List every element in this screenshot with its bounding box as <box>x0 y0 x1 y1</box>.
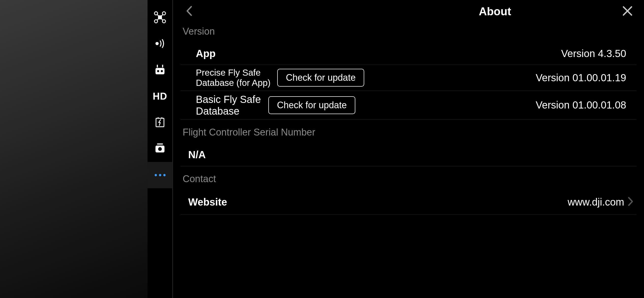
precise-fly-safe-row: Precise Fly Safe Database (for App) Chec… <box>181 65 636 91</box>
panel-header: About <box>173 0 644 23</box>
sidebar-item-hd[interactable]: HD <box>147 83 173 110</box>
serial-section-header: Flight Controller Serial Number <box>181 120 636 143</box>
sidebar-item-camera[interactable] <box>147 136 173 162</box>
version-section-header: Version <box>181 23 636 43</box>
serial-number-value: N/A <box>188 149 633 160</box>
svg-rect-10 <box>157 65 158 67</box>
svg-rect-8 <box>158 16 162 19</box>
basic-fly-safe-row: Basic Fly Safe Database Check for update… <box>181 91 636 120</box>
sidebar-item-signal[interactable] <box>147 31 173 57</box>
svg-point-9 <box>155 42 158 45</box>
serial-number-row: N/A <box>181 143 636 166</box>
more-dots-icon <box>155 174 166 176</box>
precise-db-check-update-button[interactable]: Check for update <box>277 69 364 87</box>
camera-icon <box>153 142 167 156</box>
website-row[interactable]: Website www.dji.com <box>181 190 636 214</box>
close-icon <box>622 5 633 18</box>
chevron-left-icon <box>186 5 193 18</box>
remote-controller-icon <box>153 63 167 77</box>
page-title: About <box>479 5 511 18</box>
svg-rect-11 <box>162 65 163 67</box>
hd-icon: HD <box>153 91 167 102</box>
svg-point-13 <box>157 70 159 72</box>
app-label: App <box>196 48 216 59</box>
svg-rect-18 <box>157 143 163 144</box>
about-panel: About Version App Version 4.3.50 Precise… <box>173 0 644 298</box>
svg-rect-12 <box>155 68 164 74</box>
signal-icon <box>153 37 167 51</box>
app-version-value: Version 4.3.50 <box>561 48 633 59</box>
precise-db-label: Precise Fly Safe Database (for App) <box>196 67 275 88</box>
sidebar-item-battery[interactable] <box>147 110 173 136</box>
battery-icon <box>153 116 167 130</box>
basic-db-version-value: Version 01.00.01.08 <box>536 99 633 111</box>
drone-icon <box>153 11 167 25</box>
chevron-right-icon <box>628 197 633 207</box>
contact-section-header: Contact <box>181 166 636 190</box>
website-value: www.dji.com <box>568 196 624 208</box>
svg-point-20 <box>158 147 162 151</box>
sidebar-item-aircraft[interactable] <box>147 5 173 31</box>
sidebar-item-more[interactable] <box>147 162 173 188</box>
precise-db-version-value: Version 01.00.01.19 <box>536 72 633 84</box>
website-label: Website <box>188 196 227 208</box>
about-scroll-area[interactable]: Version App Version 4.3.50 Precise Fly S… <box>173 23 644 298</box>
basic-db-check-update-button[interactable]: Check for update <box>268 96 355 114</box>
basic-db-label: Basic Fly Safe Database <box>196 93 266 117</box>
settings-sidebar: HD <box>148 0 173 298</box>
sidebar-item-remote[interactable] <box>147 57 173 83</box>
close-button[interactable] <box>621 5 634 18</box>
app-version-row: App Version 4.3.50 <box>181 43 636 65</box>
back-button[interactable] <box>183 5 196 18</box>
camera-view-background <box>0 0 148 298</box>
svg-point-14 <box>161 70 163 72</box>
